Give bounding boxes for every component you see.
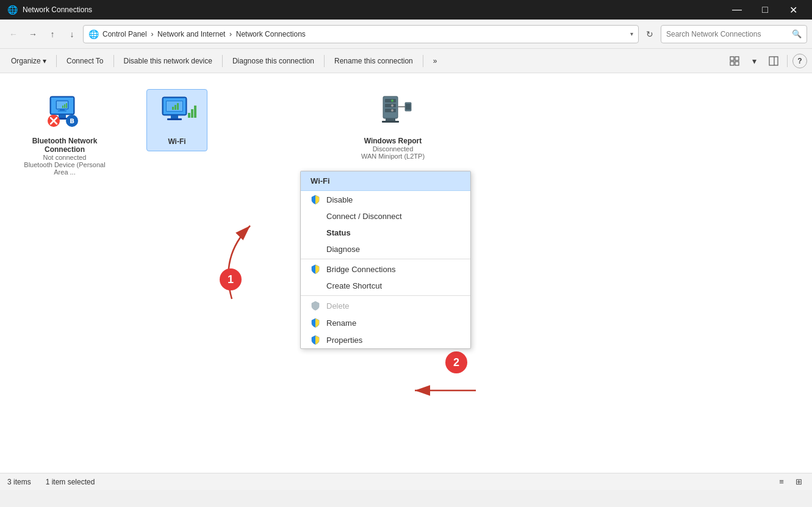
maximize-button[interactable]: □ — [751, 0, 779, 20]
context-separator-1 — [301, 259, 470, 259]
windows-report-label: Windows Report — [364, 137, 422, 145]
context-menu-delete: Delete — [301, 297, 470, 314]
svg-rect-4 — [769, 57, 778, 65]
svg-rect-14 — [66, 103, 67, 108]
wifi-connection-item[interactable]: Wi-Fi — [146, 89, 207, 151]
shield-bridge-icon — [311, 264, 320, 274]
svg-rect-2 — [730, 62, 734, 65]
up-button[interactable]: ↑ — [44, 26, 61, 43]
help-button[interactable]: ? — [792, 54, 807, 68]
view-dropdown-button[interactable]: ▾ — [746, 52, 763, 70]
disable-button[interactable]: Disable this network device — [118, 51, 218, 71]
forward-button[interactable]: → — [24, 26, 41, 43]
window-icon: 🌐 — [7, 5, 18, 15]
wifi-icon — [157, 95, 196, 134]
back-button[interactable]: ← — [5, 26, 22, 43]
title-bar: 🌐 Network Connections — □ ✕ — [0, 0, 812, 20]
context-menu-header: Wi-Fi — [301, 171, 470, 191]
windows-report-status: Disconnected — [373, 145, 414, 153]
context-menu-rename[interactable]: Rename — [301, 314, 470, 331]
items-selected: 1 item selected — [46, 478, 95, 486]
windows-report-icon — [373, 94, 412, 133]
preview-pane-button[interactable] — [765, 52, 782, 70]
toolbar-separator-4 — [324, 55, 325, 67]
toolbar-separator-3 — [222, 55, 223, 67]
toolbar-right: ▾ ? — [726, 52, 807, 70]
more-button[interactable]: » — [427, 51, 444, 71]
svg-rect-36 — [385, 104, 396, 107]
diagnose-button[interactable]: Diagnose this connection — [226, 51, 320, 71]
down-button[interactable]: ↓ — [63, 26, 81, 43]
shield-properties-icon — [311, 335, 320, 345]
connect-to-button[interactable]: Connect To — [60, 51, 110, 71]
svg-rect-3 — [735, 62, 739, 65]
svg-rect-15 — [59, 115, 66, 118]
toolbar-separator-1 — [56, 55, 57, 67]
windows-report-device: WAN Miniport (L2TP) — [361, 153, 425, 160]
svg-rect-41 — [386, 118, 395, 121]
context-menu-shortcut[interactable]: Create Shortcut — [301, 278, 470, 294]
wifi-label: Wi-Fi — [168, 137, 185, 146]
close-button[interactable]: ✕ — [779, 0, 807, 20]
organize-button[interactable]: Organize ▾ — [5, 51, 52, 71]
arrow-1 — [183, 195, 305, 317]
svg-point-39 — [391, 104, 393, 107]
svg-rect-45 — [406, 104, 411, 110]
svg-rect-31 — [188, 113, 190, 118]
toolbar: Organize ▾ Connect To Disable this netwo… — [0, 49, 812, 73]
status-list-view-button[interactable]: ≡ — [775, 476, 788, 488]
svg-rect-42 — [382, 121, 399, 123]
svg-point-40 — [391, 109, 393, 112]
window-title: Network Connections — [23, 5, 92, 14]
address-bar[interactable]: 🌐 Control Panel › Network and Internet ›… — [83, 25, 639, 43]
address-dropdown-icon[interactable]: ▾ — [630, 31, 633, 37]
bluetooth-device: Bluetooth Device (Personal Area ... — [21, 161, 109, 176]
search-box[interactable]: 🔍 — [661, 25, 807, 43]
connections-area: ʙ Bluetooth Network Connection Not conne… — [0, 73, 812, 473]
svg-rect-11 — [58, 110, 66, 112]
bluetooth-connection-item[interactable]: ʙ Bluetooth Network Connection Not conne… — [16, 89, 113, 181]
step-2-badge: 2 — [445, 351, 467, 373]
items-count: 3 items — [7, 478, 31, 486]
address-bar-icon: 🌐 — [88, 29, 99, 39]
shield-rename-icon — [311, 318, 320, 328]
title-bar-controls: — □ ✕ — [723, 0, 807, 20]
context-menu-status[interactable]: Status — [301, 225, 470, 241]
status-grid-view-button[interactable]: ⊞ — [792, 476, 805, 488]
bluetooth-icon-wrapper: ʙ — [45, 94, 84, 133]
status-right: ≡ ⊞ — [775, 476, 805, 488]
windows-report-item[interactable]: Windows Report Disconnected WAN Miniport… — [344, 89, 442, 165]
svg-rect-37 — [385, 109, 396, 112]
shield-delete-icon — [311, 301, 320, 311]
svg-rect-27 — [174, 105, 176, 110]
view-options-button[interactable] — [726, 52, 743, 70]
rename-button[interactable]: Rename this connection — [328, 51, 419, 71]
search-input[interactable] — [666, 30, 788, 38]
main-content: ʙ Bluetooth Network Connection Not conne… — [0, 73, 812, 490]
context-menu-connect[interactable]: Connect / Disconnect — [301, 208, 470, 225]
bluetooth-status: Not connected — [43, 154, 87, 161]
context-menu-bridge[interactable]: Bridge Connections — [301, 261, 470, 278]
bluetooth-label: Bluetooth Network Connection — [21, 137, 109, 154]
svg-rect-0 — [730, 57, 734, 60]
minimize-button[interactable]: — — [723, 0, 751, 20]
svg-point-38 — [391, 99, 393, 102]
svg-rect-30 — [167, 118, 182, 120]
svg-rect-35 — [385, 99, 396, 102]
status-bar: 3 items 1 item selected ≡ ⊞ — [0, 473, 812, 490]
toolbar-separator-2 — [113, 55, 114, 67]
refresh-button[interactable]: ↻ — [641, 26, 658, 43]
address-path: Control Panel › Network and Internet › N… — [102, 30, 627, 38]
toolbar-separator-5 — [423, 55, 423, 67]
svg-rect-29 — [171, 115, 178, 118]
svg-rect-28 — [177, 103, 179, 110]
toolbar-separator-6 — [787, 55, 788, 67]
windows-report-icon-wrapper — [373, 94, 412, 133]
context-menu-disable[interactable]: Disable — [301, 191, 470, 208]
svg-rect-33 — [194, 106, 196, 118]
context-menu-properties[interactable]: Properties — [301, 331, 470, 348]
svg-rect-10 — [60, 109, 65, 110]
step-1-badge: 1 — [220, 268, 242, 290]
wifi-icon-wrapper — [157, 95, 196, 134]
context-menu-diagnose[interactable]: Diagnose — [301, 241, 470, 257]
